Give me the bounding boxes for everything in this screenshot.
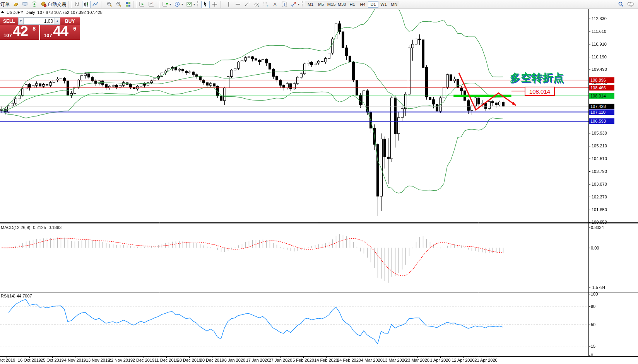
svg-text:A: A: [274, 2, 277, 7]
candlestick-chart-icon[interactable]: [82, 1, 91, 8]
search-icon[interactable]: [617, 1, 625, 8]
autoscroll-icon: [139, 1, 145, 7]
timeframe-M1[interactable]: M1: [305, 1, 316, 8]
zoom-in-icon[interactable]: [105, 1, 114, 8]
arrows-tool-button[interactable]: ▾: [289, 1, 301, 8]
cursor-icon: [202, 1, 209, 7]
chart-ohlc-values: 107.673 107.752 107.392 107.428: [38, 10, 103, 15]
chart-title: USDJPY-,Daily 107.673 107.752 107.392 10…: [2, 10, 103, 15]
timeframe-M30[interactable]: M30: [337, 1, 347, 8]
rsi-indicator-label: RSI(14) 44.7007: [1, 294, 32, 298]
toolbar-right-group: [616, 1, 636, 8]
timeframe-H1[interactable]: H1: [347, 1, 357, 8]
periods-button[interactable]: ▾: [173, 1, 184, 8]
timeframe-D1[interactable]: D1: [368, 1, 378, 8]
cursor-tool-button[interactable]: [201, 1, 210, 8]
buy-price-figure: 107: [44, 32, 52, 38]
trendline-icon: [244, 1, 250, 7]
timeframe-M15[interactable]: M15: [326, 1, 337, 8]
terminal-icon: [22, 1, 28, 7]
tile-windows-icon[interactable]: [124, 1, 132, 8]
autotrade-button[interactable]: 自动交易: [39, 1, 67, 8]
chat-icon: [627, 1, 634, 7]
main-toolbar: 新订单 自动交易 ▾ ▾ ▾: [0, 0, 638, 9]
clock-icon: [174, 1, 180, 7]
chart-pointer-icon: [1, 11, 5, 14]
label-tool-button[interactable]: T: [280, 1, 289, 8]
favorites-icon: [13, 1, 19, 7]
chat-icon[interactable]: [626, 1, 635, 8]
signal-icon: [31, 1, 38, 7]
spin-down-icon: ▼: [19, 19, 22, 23]
buy-price-pips: 44: [53, 23, 68, 39]
chart-canvas[interactable]: [0, 0, 638, 364]
one-click-trading-panel: SELL ▼ ▲ BUY 107 42 8 107 44 6: [0, 17, 80, 40]
toolbar-separator: [133, 1, 137, 8]
shift-chart-icon[interactable]: [147, 1, 156, 8]
vertical-line-icon: [226, 1, 232, 7]
timeframe-MN[interactable]: MN: [389, 1, 399, 8]
fibonacci-tool-button[interactable]: F: [262, 1, 270, 8]
buy-price-point: 6: [73, 26, 76, 32]
toolbar-separator: [157, 1, 160, 8]
zoom-in-icon: [106, 1, 113, 7]
toolbar-grip: [197, 1, 200, 7]
dropdown-caret-icon: ▾: [181, 3, 183, 6]
favorites-icon[interactable]: [12, 1, 20, 8]
buy-price-tile[interactable]: 107 44 6: [40, 25, 80, 40]
text-icon: A: [272, 1, 278, 7]
trendline-tool-button[interactable]: [243, 1, 251, 8]
shift-chart-icon: [148, 1, 154, 7]
svg-text:T: T: [283, 2, 286, 7]
templates-button[interactable]: ▾: [185, 1, 196, 8]
search-icon: [618, 1, 624, 7]
zoom-out-icon[interactable]: [115, 1, 123, 8]
timeframe-W1[interactable]: W1: [378, 1, 389, 8]
sell-price-pips: 42: [13, 23, 28, 39]
signal-icon[interactable]: [30, 1, 39, 8]
line-chart-icon[interactable]: [91, 1, 100, 8]
turning-point-annotation[interactable]: 多空转折点: [510, 71, 564, 85]
svg-text:E: E: [258, 5, 259, 7]
spin-up-icon: ▲: [56, 19, 59, 23]
text-tool-button[interactable]: A: [271, 1, 279, 8]
sell-price-point: 8: [32, 26, 36, 32]
autoscroll-icon[interactable]: [138, 1, 146, 8]
zoom-out-icon: [116, 1, 122, 7]
autotrade-label: 自动交易: [48, 1, 66, 8]
timeframe-M5[interactable]: M5: [316, 1, 326, 8]
trade-panel-prices: 107 42 8 107 44 6: [0, 25, 80, 40]
autotrade-icon: [41, 1, 47, 7]
timeframe-bar: M1M5M15M30H1H4D1W1MN: [305, 1, 399, 8]
toolbar-separator: [101, 1, 104, 8]
equidistant-channel-icon: E: [253, 1, 260, 7]
toolbar-separator: [220, 1, 223, 8]
volume-input[interactable]: [24, 17, 55, 25]
indicators-icon: [162, 1, 168, 7]
indicators-button[interactable]: ▾: [161, 1, 172, 8]
candlestick-chart-icon: [83, 1, 89, 7]
sell-price-tile[interactable]: 107 42 8: [0, 25, 39, 40]
chart-symbol-period: USDJPY-,Daily: [7, 10, 35, 15]
tile-windows-icon: [125, 1, 131, 7]
terminal-icon[interactable]: [21, 1, 29, 8]
vertical-line-tool-button[interactable]: [224, 1, 233, 8]
svg-text:F: F: [267, 5, 269, 7]
price-level-label-box[interactable]: 108.014: [525, 87, 555, 96]
timeframe-H4[interactable]: H4: [357, 1, 368, 8]
crosshair-icon: [212, 1, 218, 7]
line-chart-icon: [92, 1, 99, 7]
new-order-button[interactable]: 新订单: [0, 1, 11, 8]
dropdown-caret-icon: ▾: [169, 3, 171, 6]
text-label-icon: T: [281, 1, 287, 7]
bar-chart-icon: [74, 1, 80, 7]
sell-price-figure: 107: [3, 32, 12, 38]
channel-tool-button[interactable]: E: [252, 1, 261, 8]
horizontal-line-tool-button[interactable]: [234, 1, 242, 8]
toolbar-separator: [68, 1, 72, 8]
crosshair-tool-button[interactable]: [210, 1, 219, 8]
macd-indicator-label: MACD(12,26,9) -0.2125 -0.1883: [1, 225, 62, 230]
dropdown-caret-icon: ▾: [298, 3, 299, 6]
bar-chart-icon[interactable]: [73, 1, 81, 8]
horizontal-line-icon: [235, 1, 241, 7]
